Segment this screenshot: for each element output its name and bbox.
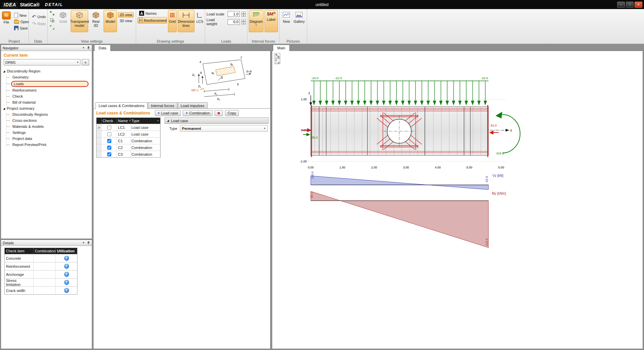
table-row-c3[interactable]: C3 Combination [97, 151, 160, 157]
tree-item-geometry[interactable]: Geometry [6, 74, 91, 80]
names-button[interactable]: ANames [137, 10, 167, 16]
z2-axis-arrowhead [198, 74, 200, 76]
load-scale-input[interactable] [228, 11, 240, 17]
real-3d-button[interactable]: Real 3D [89, 10, 103, 32]
tree-item-label: Report Preview/Print [11, 143, 48, 147]
label-smg-icon: SMG [267, 11, 276, 17]
zoom-fit-icon [276, 54, 279, 58]
x-tick-3: 3.00 [403, 166, 409, 169]
load-weight-input[interactable] [228, 19, 240, 25]
expander-icon[interactable]: ◢ [3, 107, 5, 110]
add-item-button[interactable]: + [82, 59, 89, 65]
details-collapse-icon[interactable]: ▼ [82, 241, 85, 244]
label-button[interactable]: SMG Label [265, 10, 278, 32]
filter-icon[interactable]: ▼ [157, 120, 159, 122]
structure-scene[interactable]: 1.00 0.00 -1.00 z x -10.0 -10.0 -10.0 [272, 51, 643, 348]
expander-icon[interactable]: ◢ [3, 70, 5, 73]
x-tick-6: 6.00 [498, 166, 504, 169]
navigator-panel: Navigator ▼ Current item DRM1 ▼ + ◢ Disc… [1, 45, 92, 239]
tree-item-report-preview-print[interactable]: Report Preview/Print [6, 142, 91, 148]
reinforcement-button[interactable]: RReinforcement [137, 17, 167, 23]
help-icon[interactable]: ? [64, 272, 69, 277]
view-3d-button[interactable]: 3D view [118, 18, 134, 23]
help-icon[interactable]: ? [64, 280, 69, 285]
load-scale-down-icon[interactable]: ▼ [241, 14, 246, 17]
minimize-button[interactable]: ─ [617, 2, 625, 8]
zoom-window-button[interactable] [49, 17, 55, 23]
grid-button[interactable]: Grid [168, 10, 177, 32]
tree-item-reinforcement[interactable]: Reinforcement [6, 87, 91, 93]
tree-item-cross-sections[interactable]: Cross-sections [6, 117, 91, 123]
main-canvas[interactable]: 1.00 0.00 -1.00 z x -10.0 -10.0 -10.0 [272, 51, 643, 349]
zoom-window-button-main[interactable] [275, 59, 280, 64]
tree-item-project-data[interactable]: Project data [6, 136, 91, 142]
tab-internal-forces[interactable]: Internal forces [148, 102, 177, 109]
tree-item-loads[interactable]: Loads [6, 80, 91, 87]
tree-group-discontinuity-region[interactable]: ◢ Discontinuity Region [3, 68, 91, 74]
tree-item-settings[interactable]: Settings [6, 130, 91, 136]
transparent-model-button[interactable]: Transparent model [71, 10, 88, 32]
zoom-extent-button[interactable] [49, 24, 55, 31]
x-tick-1: 1.00 [339, 166, 345, 169]
ribbon-group-view-settings: Solid Transparent model Real 3D Model 2D… [48, 9, 136, 44]
table-row-c1[interactable]: C1 Combination [97, 137, 160, 144]
solid-button[interactable]: Solid [56, 10, 70, 32]
help-icon[interactable]: ? [64, 256, 69, 261]
details-pin-icon[interactable] [87, 241, 90, 245]
tree-item-bill-of-material[interactable]: Bill of material [6, 99, 91, 105]
save-button[interactable]: Save [12, 25, 31, 31]
load-case-detail-header[interactable]: ◢ Load case [165, 117, 269, 124]
tab-load-impulses[interactable]: Load impulses [178, 102, 208, 109]
data-panel: Data 4 7 8 5 0=9 q₁ q₂ Z₂ Z₁ [93, 45, 271, 349]
fit-view-button[interactable] [49, 10, 55, 16]
add-combination-button[interactable]: +Combination [183, 110, 213, 116]
load-weight-down-icon[interactable]: ▼ [241, 22, 246, 24]
load-value-mid: -10.0 [335, 76, 342, 80]
new-button[interactable]: New [12, 12, 31, 18]
close-button[interactable]: ✕ [635, 2, 642, 8]
row-checkbox[interactable] [107, 152, 111, 156]
file-button[interactable]: ID File [1, 10, 11, 32]
tab-load-cases-combinations[interactable]: Load cases & Combinations [96, 102, 148, 109]
row-checkbox[interactable] [107, 132, 111, 136]
dimension-lines-button[interactable]: Dimension lines [178, 10, 194, 32]
model-button[interactable]: Model [104, 10, 117, 32]
row-checkbox[interactable] [107, 146, 111, 150]
tree-group-project-summary[interactable]: ◢ Project summary [3, 105, 91, 111]
open-button[interactable]: Open [12, 19, 31, 24]
view-2d-button[interactable]: 2D view [118, 12, 134, 17]
gallery-button[interactable]: Gallery [293, 10, 305, 32]
navigator-pin-icon[interactable] [87, 46, 90, 50]
table-row-c2[interactable]: C2 Combination [97, 144, 160, 151]
navigator-collapse-icon[interactable]: ▼ [82, 46, 85, 49]
table-row-lc2[interactable]: LC2 Load case [97, 131, 160, 137]
distributed-load[interactable]: -10.0 -10.0 -10.0 [311, 76, 488, 106]
tree-item-materials-models[interactable]: Materials & models [6, 123, 91, 130]
tree-item-check[interactable]: Check [6, 93, 91, 99]
picture-new-button[interactable]: New [281, 10, 292, 32]
zoom-fit-button[interactable] [275, 53, 280, 58]
lcs-axes-icon [196, 11, 203, 19]
copy-button[interactable]: Copy [225, 110, 239, 116]
add-load-case-button[interactable]: +Load case [155, 110, 181, 116]
delete-button[interactable]: ✖ [215, 110, 223, 116]
tree-item-discontinuity-regions[interactable]: Discontinuity Regions [6, 111, 91, 117]
load-case-type-select[interactable]: Permanent ▼ [180, 125, 268, 132]
tab-main[interactable]: Main [273, 45, 290, 51]
row-checkbox[interactable] [107, 139, 111, 143]
beam[interactable] [311, 105, 488, 157]
tab-data[interactable]: Data [94, 45, 111, 51]
x-tick-5: 5.00 [466, 166, 472, 169]
row-checkbox[interactable] [107, 126, 111, 130]
maximize-button[interactable]: □ [626, 2, 634, 8]
redo-button[interactable]: ↷Redo [30, 20, 48, 27]
undo-button[interactable]: ↶Undo [30, 13, 48, 20]
load-weight-up-icon[interactable]: ▲ [241, 19, 246, 22]
current-item-dropdown[interactable]: DRM1 ▼ [4, 59, 80, 65]
load-scale-up-icon[interactable]: ▲ [241, 11, 246, 14]
help-icon[interactable]: ? [64, 264, 69, 269]
diagram-button[interactable]: Diagram ▼ [249, 10, 264, 32]
table-row-lc1[interactable]: > LC1 Load case [97, 124, 160, 131]
help-icon[interactable]: ? [64, 288, 69, 293]
lcs-button[interactable]: LCS [195, 10, 204, 32]
